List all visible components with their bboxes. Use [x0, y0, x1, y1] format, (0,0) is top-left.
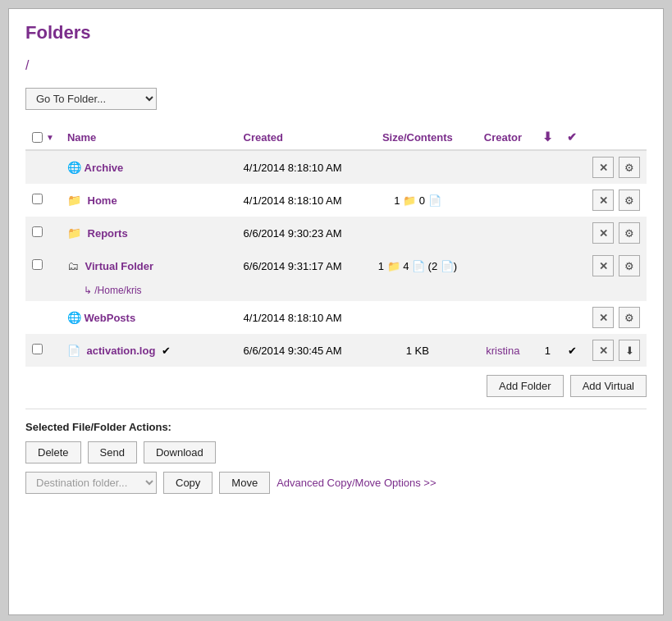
row-name-cell: 🗂 Virtual Folder: [61, 249, 237, 282]
row-actions-cell: ✕ ⬇: [584, 334, 647, 367]
goto-folder-select[interactable]: Go To Folder... Archive Home Reports Vir…: [25, 88, 157, 110]
activationlog-delete-button[interactable]: ✕: [592, 340, 614, 361]
row-created-cell: 6/6/2014 9:30:23 AM: [237, 217, 365, 249]
reports-settings-button[interactable]: ⚙: [619, 222, 640, 244]
virtualfolder-folder-link[interactable]: Virtual Folder: [85, 260, 154, 272]
file-select-check-icon: ✔: [568, 345, 577, 357]
delete-button[interactable]: Delete: [25, 441, 81, 463]
row-checkbox-cell: [25, 184, 61, 217]
row-name-cell: 📁 Home: [61, 184, 237, 217]
globe-icon: 🌐: [67, 311, 81, 324]
actions-section-title: Selected File/Folder Actions:: [25, 421, 647, 433]
row-dl-cell: [535, 249, 560, 282]
row-actions-cell: ✕ ⚙: [584, 184, 647, 217]
globe-icon: 🌐: [67, 161, 81, 174]
file-check-icon: ✔: [162, 345, 171, 357]
download-button[interactable]: Download: [144, 441, 216, 463]
move-button[interactable]: Move: [219, 472, 270, 494]
select-header-icon: ✔: [567, 130, 577, 144]
row-size-cell: [365, 217, 471, 249]
row-size-cell: [365, 150, 471, 184]
row-created-cell: 4/1/2014 8:18:10 AM: [237, 301, 365, 334]
activationlog-download-button[interactable]: ⬇: [619, 340, 640, 361]
actions-row1: Delete Send Download: [25, 441, 647, 463]
header-actions: [584, 125, 647, 150]
creator-link[interactable]: kristina: [486, 345, 519, 357]
header-select: ✔: [560, 125, 584, 150]
copy-button[interactable]: Copy: [163, 472, 213, 494]
actions-row2: Destination folder... Copy Move Advanced…: [25, 472, 647, 494]
chevron-down-icon[interactable]: ▼: [46, 133, 54, 142]
page-title: Folders: [25, 22, 647, 43]
row-name-cell: 🌐 Archive: [61, 150, 237, 184]
folder-outline-icon: 🗂: [67, 259, 79, 272]
row-actions-cell: ✕ ⚙: [584, 249, 647, 282]
home-settings-button[interactable]: ⚙: [619, 189, 640, 211]
row-dl-cell: [535, 150, 560, 184]
row-actions-cell: ✕ ⚙: [584, 150, 647, 184]
row-created-cell: 4/1/2014 8:18:10 AM: [237, 150, 365, 184]
select-all-checkbox[interactable]: [32, 132, 43, 143]
archive-delete-button[interactable]: ✕: [592, 157, 614, 178]
row-dl-cell: [535, 217, 560, 249]
folder-icon: 📁: [67, 226, 81, 240]
row-name-cell: 📁 Reports: [61, 217, 237, 249]
table-row: 📁 Home 4/1/2014 8:18:10 AM 1 📁 0 📄 ✕ ⚙: [25, 184, 647, 217]
advanced-options-link[interactable]: Advanced Copy/Move Options >>: [277, 477, 436, 489]
row-created-cell: 4/1/2014 8:18:10 AM: [237, 184, 365, 217]
subpath-cell: ↳ /Home/kris: [61, 282, 647, 301]
row-actions-cell: ✕ ⚙: [584, 217, 647, 249]
activationlog-checkbox[interactable]: [32, 344, 43, 354]
row-name-cell: 🌐 WebPosts: [61, 301, 237, 334]
virtualfolder-checkbox[interactable]: [32, 259, 43, 270]
webposts-delete-button[interactable]: ✕: [592, 307, 614, 328]
row-checkbox-cell: [25, 334, 61, 367]
row-sel-cell: [560, 249, 584, 282]
table-row: 📄 activation.log ✔ 6/6/2014 9:30:45 AM 1…: [25, 334, 647, 367]
row-created-cell: 6/6/2014 9:30:45 AM: [237, 334, 365, 367]
download-header-icon: ⬇: [542, 130, 553, 144]
activationlog-file-link[interactable]: activation.log: [87, 345, 156, 357]
virtualfolder-settings-button[interactable]: ⚙: [619, 255, 640, 276]
add-folder-button[interactable]: Add Folder: [487, 375, 564, 397]
row-creator-cell: [470, 301, 535, 334]
home-folder-link[interactable]: Home: [88, 194, 117, 207]
destination-folder-select[interactable]: Destination folder...: [25, 472, 157, 494]
header-checkbox-col: ▼: [25, 125, 61, 150]
row-creator-cell: [470, 150, 535, 184]
header-created: Created: [237, 125, 365, 150]
reports-checkbox[interactable]: [32, 226, 43, 237]
row-checkbox-cell: [25, 217, 61, 249]
row-creator-cell: [470, 217, 535, 249]
webposts-settings-button[interactable]: ⚙: [619, 307, 640, 328]
archive-settings-button[interactable]: ⚙: [619, 157, 640, 178]
row-sel-cell: [560, 150, 584, 184]
file-icon: 📄: [67, 345, 80, 357]
reports-folder-link[interactable]: Reports: [88, 227, 128, 240]
subpath-text: ↳ /Home/kris: [67, 285, 142, 296]
home-checkbox[interactable]: [32, 194, 43, 204]
header-size: Size/Contents: [365, 125, 471, 150]
archive-folder-link[interactable]: Archive: [85, 162, 124, 174]
row-checkbox-cell: [25, 249, 61, 282]
main-window: Folders / Go To Folder... Archive Home R…: [8, 8, 664, 615]
folders-table: ▼ Name Created Size/Contents Creator ⬇: [25, 125, 647, 367]
row-dl-cell: [535, 301, 560, 334]
add-virtual-button[interactable]: Add Virtual: [570, 375, 647, 397]
subpath-row: ↳ /Home/kris: [25, 282, 647, 301]
row-size-cell: 1 📁 0 📄: [365, 184, 471, 217]
destination-folder-wrapper: Destination folder...: [25, 472, 157, 494]
row-checkbox-cell: [25, 301, 61, 334]
row-name-cell: 📄 activation.log ✔: [61, 334, 237, 367]
webposts-folder-link[interactable]: WebPosts: [85, 312, 136, 324]
reports-delete-button[interactable]: ✕: [592, 222, 614, 244]
row-sel-cell: [560, 301, 584, 334]
virtualfolder-delete-button[interactable]: ✕: [592, 255, 614, 276]
send-button[interactable]: Send: [88, 441, 137, 463]
row-creator-cell: [470, 184, 535, 217]
folder-icon: 📁: [67, 194, 81, 207]
subpath-empty: [25, 282, 61, 301]
header-creator: Creator: [470, 125, 535, 150]
home-delete-button[interactable]: ✕: [592, 189, 614, 211]
header-name: Name: [61, 125, 237, 150]
